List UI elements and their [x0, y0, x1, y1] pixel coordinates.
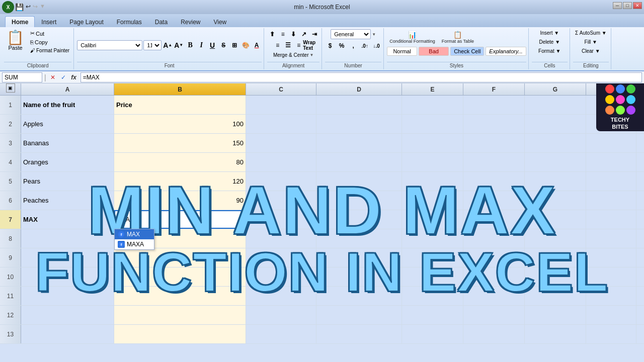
cell-e11[interactable] [402, 287, 463, 305]
decrease-decimal-button[interactable]: ↓.0 [371, 41, 381, 51]
cell-d11[interactable] [316, 287, 402, 305]
row-number[interactable]: 4 [0, 153, 21, 171]
redo-icon[interactable]: ↪ [33, 3, 38, 11]
maximize-button[interactable]: □ [623, 2, 632, 9]
cell-f7[interactable] [463, 210, 525, 229]
col-header-f[interactable]: F [463, 83, 525, 95]
row-number[interactable]: 1 [0, 96, 21, 114]
col-header-a[interactable]: A [21, 83, 114, 95]
strikethrough-button[interactable]: S [218, 40, 228, 50]
cell-a3[interactable]: Bananas [21, 134, 114, 152]
cell-h12[interactable] [586, 306, 636, 324]
cell-e3[interactable] [402, 134, 463, 152]
font-size-select[interactable]: 11 [143, 40, 162, 50]
col-header-c[interactable]: C [246, 83, 316, 95]
cell-g6[interactable] [525, 191, 586, 210]
clear-button[interactable]: Clear ▼ [580, 47, 602, 55]
cell-e7[interactable] [402, 210, 463, 229]
cell-b10[interactable] [114, 267, 246, 286]
number-format-select[interactable]: General [331, 29, 371, 39]
cell-f1[interactable] [463, 96, 525, 114]
select-all-button[interactable]: ▣ [6, 83, 15, 93]
cell-c2[interactable] [246, 115, 316, 133]
cell-c12[interactable] [246, 306, 316, 324]
cell-b2[interactable]: 100 [114, 115, 246, 133]
cell-g7[interactable] [525, 210, 586, 229]
row-number[interactable]: 13 [0, 325, 21, 343]
cell-f2[interactable] [463, 115, 525, 133]
cell-b1[interactable]: Price [114, 96, 246, 114]
row-number[interactable]: 3 [0, 134, 21, 152]
check-cell-style[interactable]: Check Cell [450, 47, 484, 56]
row-number[interactable]: 7 [0, 210, 21, 229]
row-number[interactable]: 5 [0, 172, 21, 191]
col-header-g[interactable]: G [525, 83, 586, 95]
merge-center-button[interactable]: Merge & Center ▼ [271, 51, 316, 59]
cell-a6[interactable]: Peaches [21, 191, 114, 210]
cell-h3[interactable] [586, 134, 636, 152]
bold-button[interactable]: B [185, 40, 195, 50]
format-painter-button[interactable]: 🖌 Format Painter [28, 47, 71, 54]
cell-a8[interactable] [21, 229, 114, 248]
autosum-button[interactable]: Σ AutoSum ▼ [573, 29, 609, 37]
tab-formulas[interactable]: Formulas [110, 16, 148, 27]
cell-f4[interactable] [463, 153, 525, 171]
cell-g10[interactable] [525, 267, 586, 286]
cell-d10[interactable] [316, 267, 402, 286]
underline-button[interactable]: U [207, 40, 217, 50]
col-header-e[interactable]: E [402, 83, 463, 95]
cell-e10[interactable] [402, 267, 463, 286]
cell-h11[interactable] [586, 287, 636, 305]
cell-e9[interactable] [402, 248, 463, 267]
font-color-button[interactable]: A [252, 40, 262, 50]
row-number[interactable]: 10 [0, 267, 21, 286]
cell-g9[interactable] [525, 248, 586, 267]
undo-icon[interactable]: ↩ [26, 3, 31, 11]
cell-f3[interactable] [463, 134, 525, 152]
cell-e6[interactable] [402, 191, 463, 210]
cell-d6[interactable] [316, 191, 402, 210]
cell-e2[interactable] [402, 115, 463, 133]
format-as-table-button[interactable]: 📋 Format as Table [439, 29, 476, 45]
comma-button[interactable]: , [348, 41, 358, 51]
cell-e4[interactable] [402, 153, 463, 171]
italic-button[interactable]: I [196, 40, 206, 50]
row-number[interactable]: 2 [0, 115, 21, 133]
increase-font-button[interactable]: A▲ [163, 40, 173, 50]
cell-b5[interactable]: 120 [114, 172, 246, 191]
cell-e5[interactable] [402, 172, 463, 191]
cell-c6[interactable] [246, 191, 316, 210]
cell-h9[interactable] [586, 248, 636, 267]
confirm-formula-button[interactable]: ✓ [59, 73, 68, 82]
col-header-d[interactable]: D [316, 83, 402, 95]
cell-g12[interactable] [525, 306, 586, 324]
cell-h7[interactable] [586, 210, 636, 229]
cell-d8[interactable] [316, 229, 402, 248]
cell-g13[interactable] [525, 325, 586, 343]
insert-function-button[interactable]: fx [69, 73, 78, 82]
cell-h4[interactable] [586, 153, 636, 171]
formula-input[interactable] [80, 72, 642, 82]
explanatory-style[interactable]: Explanatory... [486, 47, 526, 56]
cell-c11[interactable] [246, 287, 316, 305]
cell-f11[interactable] [463, 287, 525, 305]
cell-a1[interactable]: Name of the fruit [21, 96, 114, 114]
cell-d12[interactable] [316, 306, 402, 324]
cell-a7[interactable]: MAX [21, 210, 114, 229]
cell-d13[interactable] [316, 325, 402, 343]
format-button[interactable]: Format ▼ [536, 47, 562, 55]
currency-button[interactable]: $ [325, 41, 335, 51]
cell-c7[interactable] [246, 210, 316, 229]
row-number[interactable]: 6 [0, 191, 21, 210]
cell-e8[interactable] [402, 229, 463, 248]
tab-view[interactable]: View [207, 16, 233, 27]
cell-h5[interactable] [586, 172, 636, 191]
col-header-b[interactable]: B [114, 83, 246, 95]
cell-a12[interactable] [21, 306, 114, 324]
orientation-button[interactable]: ↗ [299, 29, 309, 39]
cell-g2[interactable] [525, 115, 586, 133]
cell-g4[interactable] [525, 153, 586, 171]
cell-h6[interactable] [586, 191, 636, 210]
bad-style[interactable]: Bad [419, 47, 449, 56]
cell-h13[interactable] [586, 325, 636, 343]
